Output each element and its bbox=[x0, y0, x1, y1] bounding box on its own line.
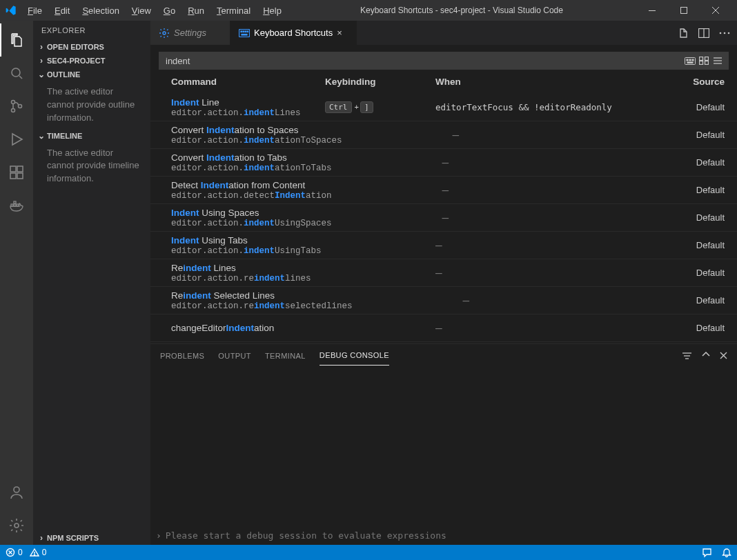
project-section[interactable]: ›SEC4-PROJECT bbox=[33, 54, 150, 68]
open-editors-section[interactable]: ›OPEN EDITORS bbox=[33, 40, 150, 54]
svg-rect-36 bbox=[705, 61, 709, 65]
command-title: Reindent Selected Lines bbox=[171, 290, 353, 301]
tab-settings[interactable]: Settings× bbox=[150, 21, 230, 45]
when-cell: — bbox=[463, 294, 676, 307]
col-source-header[interactable]: Source bbox=[676, 77, 725, 87]
menu-run[interactable]: Run bbox=[182, 3, 210, 19]
keybinding-cell: Ctrl+] bbox=[325, 101, 435, 113]
command-id: editor.action.indentLines bbox=[171, 108, 325, 118]
close-panel-icon[interactable] bbox=[720, 352, 727, 360]
npm-scripts-section[interactable]: ›NPM SCRIPTS bbox=[33, 531, 150, 545]
menu-terminal[interactable]: Terminal bbox=[211, 3, 256, 19]
account-icon[interactable] bbox=[0, 476, 33, 509]
shortcut-row[interactable]: changeEditorIndentation—Default bbox=[150, 314, 737, 342]
menu-file[interactable]: File bbox=[22, 3, 48, 19]
menu-view[interactable]: View bbox=[126, 3, 157, 19]
command-id: editor.action.detectIndentation bbox=[171, 191, 332, 201]
menu-help[interactable]: Help bbox=[257, 3, 287, 19]
shortcut-row[interactable]: Reindent Selected Lineseditor.action.rei… bbox=[150, 287, 737, 314]
record-keys-icon[interactable] bbox=[683, 54, 697, 68]
svg-point-14 bbox=[14, 487, 19, 492]
menu-go[interactable]: Go bbox=[158, 3, 181, 19]
maximize-button[interactable] bbox=[668, 0, 700, 21]
command-id: editor.action.indentationToSpaces bbox=[171, 136, 342, 146]
shortcut-search-input[interactable] bbox=[163, 56, 683, 66]
shortcut-row[interactable]: Convert Indentation to Tabseditor.action… bbox=[150, 149, 737, 177]
search-icon[interactable] bbox=[0, 57, 33, 90]
command-title: Indent Using Tabs bbox=[171, 235, 325, 246]
sidebar-title: EXPLORER bbox=[33, 21, 150, 40]
filter-icon[interactable] bbox=[682, 352, 692, 360]
run-debug-icon[interactable] bbox=[0, 123, 33, 156]
status-warnings[interactable]: 0 bbox=[30, 548, 47, 557]
svg-point-3 bbox=[12, 101, 15, 104]
menu-edit[interactable]: Edit bbox=[49, 3, 75, 19]
panel-tab-terminal[interactable]: TERMINAL bbox=[265, 346, 306, 366]
shortcut-row[interactable]: Convert Indentation to Spaceseditor.acti… bbox=[150, 121, 737, 149]
col-when-header[interactable]: When bbox=[435, 77, 676, 87]
svg-rect-21 bbox=[247, 31, 248, 32]
extensions-icon[interactable] bbox=[0, 156, 33, 189]
source-cell: Default bbox=[676, 185, 725, 195]
close-button[interactable] bbox=[700, 0, 731, 21]
panel-tabs: PROBLEMSOUTPUTTERMINALDEBUG CONSOLE bbox=[150, 344, 737, 367]
vscode-logo-icon bbox=[6, 5, 17, 16]
source-control-icon[interactable] bbox=[0, 90, 33, 123]
chevron-right-icon: › bbox=[36, 56, 47, 66]
when-cell: editorTextFocus && !editorReadonly bbox=[435, 102, 676, 112]
bottom-panel: PROBLEMSOUTPUTTERMINALDEBUG CONSOLE › bbox=[150, 343, 737, 545]
panel-tab-output[interactable]: OUTPUT bbox=[218, 346, 251, 366]
status-errors[interactable]: 0 bbox=[6, 548, 23, 557]
svg-rect-1 bbox=[681, 8, 687, 14]
shortcut-row[interactable]: Indent Using Spaceseditor.action.indentU… bbox=[150, 204, 737, 232]
keyboard-icon bbox=[239, 29, 250, 37]
timeline-section[interactable]: ⌄TIMELINE bbox=[33, 129, 150, 143]
minimize-button[interactable] bbox=[636, 0, 668, 21]
panel-tab-problems[interactable]: PROBLEMS bbox=[160, 346, 204, 366]
when-cell: — bbox=[435, 239, 676, 252]
shortcut-row[interactable]: Reindent Lineseditor.action.reindentline… bbox=[150, 259, 737, 287]
bell-icon[interactable] bbox=[722, 548, 731, 558]
explorer-icon[interactable] bbox=[0, 23, 33, 57]
col-keybinding-header[interactable]: Keybinding bbox=[325, 77, 435, 87]
outline-section[interactable]: ⌄OUTLINE bbox=[33, 68, 150, 81]
svg-rect-35 bbox=[700, 61, 703, 65]
shortcut-row[interactable]: Detect Indentation from Contenteditor.ac… bbox=[150, 177, 737, 204]
source-cell: Default bbox=[676, 212, 725, 223]
when-cell: — bbox=[442, 211, 676, 224]
command-id: editor.action.indentationToTabs bbox=[171, 163, 332, 173]
split-editor-icon[interactable] bbox=[698, 28, 709, 38]
panel-actions bbox=[682, 352, 727, 360]
chevron-up-icon[interactable] bbox=[702, 352, 710, 360]
close-icon[interactable]: × bbox=[337, 28, 348, 38]
more-actions-icon[interactable] bbox=[719, 32, 730, 34]
svg-rect-22 bbox=[242, 34, 247, 35]
shortcut-search-box[interactable] bbox=[159, 52, 729, 70]
svg-rect-13 bbox=[14, 201, 16, 203]
svg-rect-6 bbox=[10, 166, 16, 172]
clear-search-icon[interactable] bbox=[711, 54, 725, 68]
open-json-icon[interactable] bbox=[678, 28, 689, 39]
panel-tab-debug-console[interactable]: DEBUG CONSOLE bbox=[320, 346, 389, 366]
shortcut-row[interactable]: Indent Lineeditor.action.indentLinesCtrl… bbox=[150, 94, 737, 121]
svg-rect-0 bbox=[649, 10, 656, 11]
svg-point-26 bbox=[724, 32, 726, 34]
sort-precedence-icon[interactable] bbox=[697, 54, 711, 68]
shortcut-row[interactable]: Indent Using Tabseditor.action.indentUsi… bbox=[150, 232, 737, 259]
docker-icon[interactable] bbox=[0, 189, 33, 222]
feedback-icon[interactable] bbox=[702, 548, 712, 558]
source-cell: Default bbox=[676, 157, 725, 168]
menu-selection[interactable]: Selection bbox=[77, 3, 124, 19]
manage-gear-icon[interactable] bbox=[0, 509, 33, 542]
debug-console-body bbox=[150, 367, 737, 526]
svg-point-27 bbox=[728, 32, 730, 34]
window-controls bbox=[636, 0, 731, 21]
source-cell: Default bbox=[676, 323, 725, 333]
chevron-down-icon: ⌄ bbox=[36, 131, 47, 141]
tab-keyboard-shortcuts[interactable]: Keyboard Shortcuts× bbox=[230, 21, 357, 45]
col-command-header[interactable]: Command bbox=[163, 77, 325, 87]
svg-rect-7 bbox=[10, 173, 16, 179]
command-title: Indent Line bbox=[171, 97, 325, 108]
chevron-down-icon: ⌄ bbox=[36, 70, 47, 79]
debug-console-input[interactable] bbox=[166, 530, 731, 541]
